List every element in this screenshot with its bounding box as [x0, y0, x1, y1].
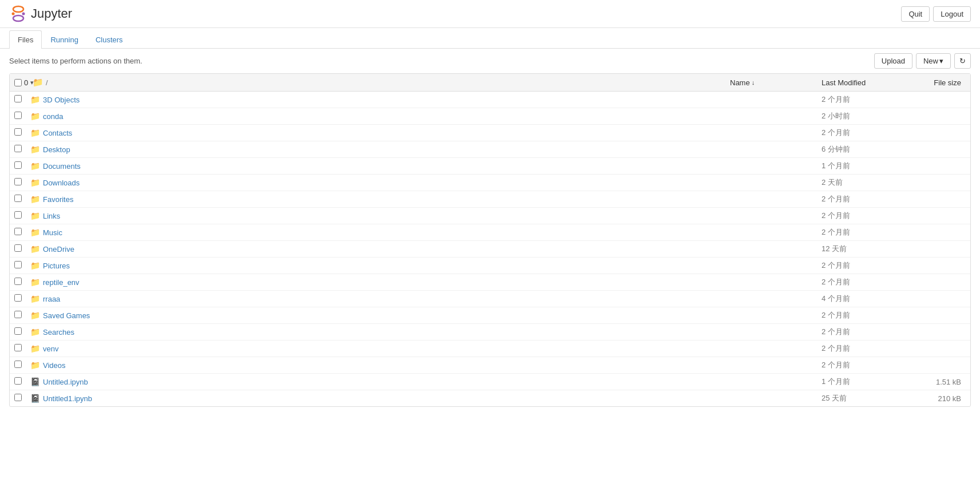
- row-checkbox[interactable]: [14, 112, 22, 119]
- file-modified: 2 天前: [817, 177, 908, 188]
- sort-arrow-icon: ↓: [752, 79, 755, 86]
- quit-button[interactable]: Quit: [901, 6, 930, 22]
- folder-icon: 📁: [30, 361, 43, 370]
- file-name-link[interactable]: Favorites: [43, 195, 817, 204]
- file-name-link[interactable]: Documents: [43, 162, 817, 171]
- new-button[interactable]: New ▾: [916, 53, 951, 69]
- folder-icon: 📁: [30, 128, 43, 137]
- row-checkbox[interactable]: [14, 294, 22, 302]
- svg-point-2: [12, 13, 15, 15]
- row-checkbox[interactable]: [14, 95, 22, 102]
- row-checkbox-area: [14, 327, 30, 337]
- table-row: 📁 Desktop 6 分钟前: [10, 141, 970, 158]
- upload-button[interactable]: Upload: [874, 53, 912, 69]
- row-checkbox[interactable]: [14, 261, 22, 268]
- row-checkbox-area: [14, 244, 30, 254]
- file-name-link[interactable]: Desktop: [43, 145, 817, 154]
- row-checkbox[interactable]: [14, 178, 22, 185]
- row-checkbox-area: [14, 178, 30, 187]
- row-checkbox[interactable]: [14, 394, 22, 401]
- column-headers: Name ↓ Last Modified File size: [725, 78, 966, 87]
- file-name-link[interactable]: 3D Objects: [43, 96, 817, 104]
- file-modified: 2 个月前: [817, 227, 908, 237]
- folder-icon: 📁: [30, 211, 43, 220]
- file-name-link[interactable]: Contacts: [43, 129, 817, 137]
- table-row: 📓 Untitled.ipynb 1 个月前 1.51 kB: [10, 374, 970, 390]
- table-row: 📁 rraaa 4 个月前: [10, 291, 970, 307]
- row-checkbox[interactable]: [14, 377, 22, 385]
- new-dropdown-arrow: ▾: [939, 57, 943, 65]
- file-name-link[interactable]: Untitled.ipynb: [43, 378, 817, 386]
- row-checkbox-area: [14, 112, 30, 121]
- folder-icon: 📁: [30, 294, 43, 303]
- row-checkbox-area: [14, 344, 30, 353]
- breadcrumb-path: /: [46, 78, 48, 87]
- file-modified: 2 个月前: [817, 128, 908, 138]
- row-checkbox[interactable]: [14, 311, 22, 318]
- row-checkbox[interactable]: [14, 145, 22, 152]
- row-checkbox-area: [14, 261, 30, 270]
- folder-icon: 📁: [30, 344, 43, 353]
- logout-button[interactable]: Logout: [933, 6, 971, 22]
- table-row: 📁 Contacts 2 个月前: [10, 125, 970, 141]
- file-name-link[interactable]: Searches: [43, 328, 817, 337]
- file-name-link[interactable]: Pictures: [43, 262, 817, 270]
- file-list: 0 ▾ 📁 / Name ↓ Last Modified File size 📁…: [9, 73, 971, 407]
- row-checkbox-area: [14, 294, 30, 303]
- table-row: 📁 Links 2 个月前: [10, 208, 970, 224]
- file-name-link[interactable]: OneDrive: [43, 245, 817, 254]
- folder-icon: 📁: [30, 178, 43, 187]
- file-name-link[interactable]: conda: [43, 112, 817, 121]
- file-modified: 2 个月前: [817, 310, 908, 320]
- row-checkbox[interactable]: [14, 327, 22, 335]
- file-modified: 2 个月前: [817, 277, 908, 287]
- row-checkbox-area: [14, 361, 30, 370]
- file-size: 210 kB: [908, 394, 966, 403]
- file-name-link[interactable]: Music: [43, 228, 817, 237]
- col-name-header[interactable]: Name ↓: [725, 78, 817, 87]
- row-checkbox[interactable]: [14, 161, 22, 169]
- folder-icon: 📁: [30, 145, 43, 154]
- row-checkbox[interactable]: [14, 195, 22, 202]
- row-checkbox[interactable]: [14, 278, 22, 285]
- folder-icon: 📁: [30, 112, 43, 121]
- table-row: 📁 Downloads 2 天前: [10, 175, 970, 191]
- table-row: 📁 venv 2 个月前: [10, 341, 970, 357]
- row-checkbox-area: [14, 211, 30, 220]
- file-name-link[interactable]: venv: [43, 345, 817, 353]
- svg-point-0: [13, 6, 23, 12]
- notebook-icon: 📓: [30, 394, 43, 403]
- row-checkbox[interactable]: [14, 128, 22, 136]
- select-all-checkbox[interactable]: [14, 79, 22, 86]
- file-name-link[interactable]: Links: [43, 212, 817, 220]
- notebook-icon: 📓: [30, 377, 43, 386]
- col-modified-header[interactable]: Last Modified: [817, 78, 908, 87]
- tab-clusters[interactable]: Clusters: [87, 30, 132, 49]
- toolbar-actions: Upload New ▾ ↻: [874, 53, 971, 69]
- tab-running[interactable]: Running: [42, 30, 86, 49]
- file-name-link[interactable]: reptile_env: [43, 278, 817, 287]
- table-row: 📁 reptile_env 2 个月前: [10, 274, 970, 291]
- row-checkbox[interactable]: [14, 228, 22, 235]
- file-name-link[interactable]: Untitled1.ipynb: [43, 394, 817, 403]
- file-name-link[interactable]: Downloads: [43, 179, 817, 187]
- file-modified: 2 个月前: [817, 194, 908, 204]
- breadcrumb-folder-icon: 📁: [33, 77, 43, 88]
- table-row: 📁 OneDrive 12 天前: [10, 241, 970, 258]
- row-checkbox[interactable]: [14, 211, 22, 219]
- file-modified: 2 个月前: [817, 211, 908, 221]
- row-checkbox[interactable]: [14, 344, 22, 351]
- folder-icon: 📁: [30, 228, 43, 237]
- toolbar: Select items to perform actions on them.…: [0, 49, 980, 73]
- row-checkbox[interactable]: [14, 361, 22, 368]
- file-name-link[interactable]: Saved Games: [43, 311, 817, 320]
- breadcrumb: 📁 /: [30, 77, 725, 88]
- file-modified: 1 个月前: [817, 377, 908, 387]
- tab-files[interactable]: Files: [9, 30, 42, 49]
- refresh-button[interactable]: ↻: [954, 53, 971, 69]
- col-size-header[interactable]: File size: [908, 78, 966, 87]
- row-checkbox-area: [14, 278, 30, 287]
- file-name-link[interactable]: rraaa: [43, 295, 817, 303]
- file-name-link[interactable]: Videos: [43, 361, 817, 370]
- row-checkbox[interactable]: [14, 244, 22, 252]
